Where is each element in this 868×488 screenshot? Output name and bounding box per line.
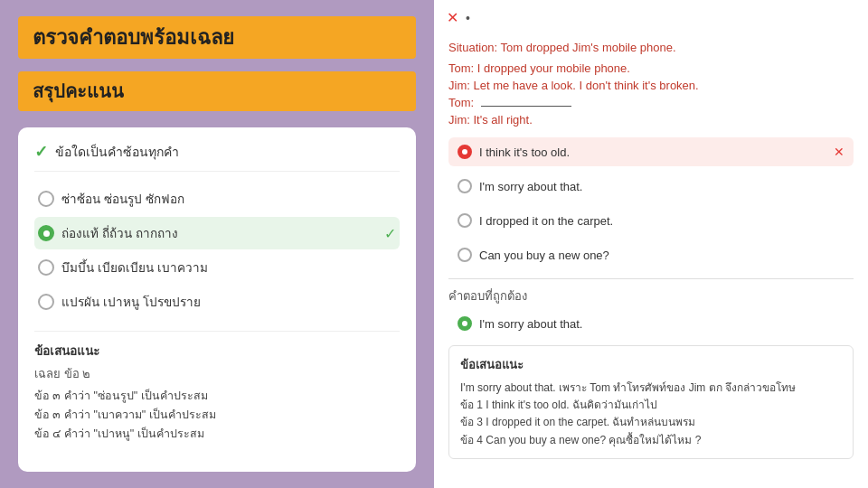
dialog-line-2: Jim: Let me have a look. I don't think i…	[448, 79, 854, 92]
radio-3[interactable]	[38, 259, 54, 276]
dialog-line-4: Jim: It's all right.	[448, 113, 854, 127]
right-suggestion-text: I'm sorry about that. เพราะ Tom ทำโทรศัพ…	[460, 380, 842, 449]
choice-row-4[interactable]: Can you buy a new one?	[448, 240, 854, 269]
dialog-line-1: Tom: I dropped your mobile phone.	[448, 61, 854, 75]
choice-radio-2[interactable]	[458, 179, 472, 193]
choices-area: I think it's too old. ✕ I'm sorry about …	[448, 137, 854, 269]
dialog-text-2: Let me have a look. I don't think it's b…	[473, 79, 698, 92]
dialog-line-3: Tom:	[448, 96, 854, 109]
correct-answer-choice: I'm sorry about that.	[448, 311, 854, 336]
option-row-3[interactable]: บึมบึ้น เบียดเบียน เบาความ	[34, 251, 400, 284]
speaker-2: Jim:	[448, 79, 470, 92]
suggestion-title: ข้อเสนอแนะ	[34, 341, 400, 361]
dialog-text-4: It's all right.	[473, 113, 532, 127]
suggestion-item-3: ข้อ ๔ คำว่า "เปาหนู" เป็นคำประสม	[34, 425, 400, 443]
close-icon[interactable]: ✕	[447, 9, 458, 26]
dialog-text-1: I dropped your mobile phone.	[477, 61, 630, 75]
correct-answer-section: คำตอบที่ถูกต้อง I'm sorry about that.	[448, 278, 854, 336]
right-suggestion-title: ข้อเสนอแนะ	[460, 355, 842, 374]
right-header: ✕ •	[434, 0, 868, 32]
option-row-4[interactable]: แปรผัน เปาหนู โปรขปราย	[34, 286, 400, 318]
option-text-1: ซ่าซ้อน ซ่อนรูป ซักฟอก	[61, 189, 184, 209]
correct-answer-row: ✓ ข้อใดเป็นคำซ้อนทุกคำ	[34, 142, 400, 172]
blank-input	[481, 106, 571, 107]
situation-text: Situation: Tom dropped Jim's mobile phon…	[448, 41, 854, 54]
choice-row-1[interactable]: I think it's too old. ✕	[448, 137, 854, 166]
suggestion-subtitle: เฉลย ข้อ ๒	[34, 364, 400, 383]
choice-radio-4[interactable]	[458, 248, 472, 262]
choice-radio-3[interactable]	[458, 213, 472, 228]
option-row-2[interactable]: ถ่องแท้ ถี่ถ้วน ถากถาง ✓	[34, 217, 400, 249]
right-suggestion: ข้อเสนอแนะ I'm sorry about that. เพราะ T…	[448, 345, 854, 459]
option-row-1[interactable]: ซ่าซ้อน ซ่อนรูป ซักฟอก	[34, 183, 400, 215]
choice-x-icon: ✕	[834, 145, 844, 159]
left-panel: ตรวจคำตอบพร้อมเฉลย สรุปคะแนน ✓ ข้อใดเป็น…	[0, 0, 434, 488]
correct-label: ข้อใดเป็นคำซ้อนทุกคำ	[55, 142, 179, 162]
main-title: ตรวจคำตอบพร้อมเฉลย	[33, 26, 234, 49]
option-text-3: บึมบึ้น เบียดเบียน เบาความ	[61, 258, 208, 277]
suggestion-box: ข้อเสนอแนะ เฉลย ข้อ ๒ ข้อ ๓ คำว่า "ซ่อนร…	[34, 331, 400, 443]
option-check-icon: ✓	[384, 225, 396, 242]
option-text-4: แปรผัน เปาหนู โปรขปราย	[61, 292, 201, 312]
right-content: Situation: Tom dropped Jim's mobile phon…	[434, 32, 868, 488]
suggestion-item-1: ข้อ ๓ คำว่า "ซ่อนรูป" เป็นคำประสม	[34, 387, 400, 405]
header-dot: •	[466, 11, 470, 25]
correct-answer-label: คำตอบที่ถูกต้อง	[448, 286, 854, 305]
correct-answer-text: I'm sorry about that.	[479, 317, 582, 331]
subtitle-badge: สรุปคะแนน	[18, 71, 416, 111]
radio-4[interactable]	[38, 294, 54, 310]
right-suggestion-line-2: ข้อ 1 I think it's too old. ฉันคิดว่ามัน…	[460, 397, 842, 414]
radio-2[interactable]	[38, 225, 54, 241]
speaker-1: Tom:	[448, 61, 474, 75]
left-card: ✓ ข้อใดเป็นคำซ้อนทุกคำ ซ่าซ้อน ซ่อนรูป ซ…	[18, 127, 416, 472]
right-suggestion-line-1: I'm sorry about that. เพราะ Tom ทำโทรศัพ…	[460, 380, 842, 397]
check-icon: ✓	[34, 142, 48, 162]
option-text-2: ถ่องแท้ ถี่ถ้วน ถากถาง	[61, 223, 178, 243]
right-suggestion-line-4: ข้อ 4 Can you buy a new one? คุณซื้อใหม่…	[460, 432, 842, 449]
choice-row-2[interactable]: I'm sorry about that.	[448, 172, 854, 201]
choice-row-3[interactable]: I dropped it on the carpet.	[448, 206, 854, 235]
right-suggestion-line-3: ข้อ 3 I dropped it on the carpet. ฉันทำห…	[460, 414, 842, 431]
title-badge: ตรวจคำตอบพร้อมเฉลย	[18, 16, 416, 59]
choice-text-4: Can you buy a new one?	[479, 249, 609, 262]
speaker-4: Jim:	[448, 113, 470, 127]
suggestion-item-2: ข้อ ๓ คำว่า "เบาความ" เป็นคำประสม	[34, 406, 400, 424]
choice-text-1: I think it's too old.	[479, 145, 570, 159]
radio-1[interactable]	[38, 191, 54, 207]
correct-radio	[458, 316, 472, 331]
subtitle: สรุปคะแนน	[33, 81, 124, 101]
speaker-3: Tom:	[448, 96, 474, 109]
right-panel: ✕ • Situation: Tom dropped Jim's mobile …	[434, 0, 868, 488]
choice-text-2: I'm sorry about that.	[479, 180, 582, 193]
choice-text-3: I dropped it on the carpet.	[479, 214, 613, 228]
choice-radio-1[interactable]	[458, 145, 472, 159]
